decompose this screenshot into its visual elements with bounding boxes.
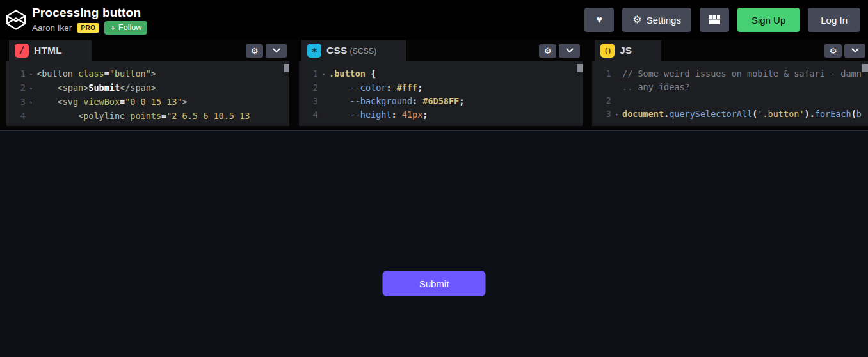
code-line: 2 --color: #fff; bbox=[299, 81, 583, 95]
html-settings-button[interactable]: ⚙ bbox=[246, 44, 263, 58]
fold-spacer bbox=[318, 95, 329, 108]
css-panel-bar: * CSS(SCSS) ⚙ bbox=[299, 40, 583, 61]
sign-up-button[interactable]: Sign Up bbox=[737, 8, 800, 32]
html-code-editor[interactable]: 1▾<button class="button">2▾ <span>Submit… bbox=[6, 61, 289, 126]
fold-spacer bbox=[611, 81, 622, 94]
chevron-down-icon bbox=[851, 48, 859, 53]
css-settings-button[interactable]: ⚙ bbox=[539, 44, 556, 58]
line-number: 1 bbox=[592, 67, 611, 81]
code-line: 1▾.button { bbox=[299, 67, 583, 81]
gear-icon: ⚙ bbox=[830, 46, 837, 56]
tab-css[interactable]: * CSS(SCSS) bbox=[301, 40, 406, 61]
code-content: <polyline points="2 6.5 6 10.5 13 bbox=[36, 109, 250, 123]
settings-button[interactable]: ⚙ Settings bbox=[622, 8, 691, 32]
code-line: .. any ideas? bbox=[592, 81, 868, 94]
fold-spacer bbox=[318, 81, 329, 95]
fold-arrow-icon[interactable]: ▾ bbox=[26, 95, 36, 109]
js-scrollbar-thumb[interactable] bbox=[862, 64, 868, 72]
pro-badge: PRO bbox=[77, 23, 99, 33]
log-in-button[interactable]: Log In bbox=[808, 8, 860, 32]
follow-label: Follow bbox=[118, 23, 141, 32]
fold-arrow-icon[interactable]: ▾ bbox=[611, 107, 622, 122]
html-panel-bar: / HTML ⚙ bbox=[6, 40, 289, 61]
chevron-down-icon bbox=[273, 48, 280, 53]
settings-label: Settings bbox=[647, 15, 681, 26]
tab-js-label: JS bbox=[620, 45, 632, 56]
line-number: 2 bbox=[592, 94, 611, 107]
plus-icon: + bbox=[110, 23, 115, 33]
codepen-logo-icon[interactable] bbox=[5, 9, 27, 31]
css-code-lines: 1▾.button {2 --color: #fff;3 --backgroun… bbox=[299, 67, 583, 122]
code-content: .button { bbox=[329, 67, 376, 81]
tab-html[interactable]: / HTML bbox=[9, 40, 92, 61]
js-editor-panel: () JS ⚙ 1// Some weird issues on mobile … bbox=[592, 40, 868, 126]
line-number: 3 bbox=[592, 107, 611, 122]
line-number: 4 bbox=[6, 109, 26, 123]
change-view-button[interactable] bbox=[700, 8, 729, 32]
code-content: <span>Submit</span> bbox=[36, 81, 156, 95]
css-code-editor[interactable]: 1▾.button {2 --color: #fff;3 --backgroun… bbox=[299, 61, 583, 126]
line-number: 4 bbox=[299, 108, 318, 122]
css-scrollbar-thumb[interactable] bbox=[577, 64, 583, 72]
line-number: 3 bbox=[6, 95, 26, 109]
tab-js[interactable]: () JS bbox=[595, 40, 661, 61]
preview-pane: Submit bbox=[0, 130, 868, 357]
tab-css-sublabel: (SCSS) bbox=[350, 47, 376, 56]
fold-spacer bbox=[611, 94, 622, 107]
code-line: 2▾ <span>Submit</span> bbox=[6, 81, 289, 95]
code-line: 1// Some weird issues on mobile & safari… bbox=[592, 67, 868, 81]
html-scrollbar-thumb[interactable] bbox=[284, 64, 289, 72]
fold-arrow-icon[interactable]: ▾ bbox=[318, 67, 329, 81]
html-collapse-button[interactable] bbox=[266, 44, 287, 58]
js-icon: () bbox=[600, 44, 615, 58]
js-settings-button[interactable]: ⚙ bbox=[824, 44, 842, 58]
heart-icon: ♥ bbox=[597, 15, 603, 25]
html-icon: / bbox=[15, 44, 29, 58]
code-content: // Some weird issues on mobile & safari … bbox=[622, 67, 862, 81]
line-number: 3 bbox=[299, 95, 318, 108]
js-code-editor[interactable]: 1// Some weird issues on mobile & safari… bbox=[592, 61, 868, 126]
tab-html-label: HTML bbox=[34, 45, 62, 56]
fold-arrow-icon[interactable]: ▾ bbox=[26, 67, 36, 81]
fold-spacer bbox=[611, 67, 622, 81]
css-icon: * bbox=[307, 44, 321, 58]
code-line: 2 bbox=[592, 94, 868, 107]
code-content: --height: 41px; bbox=[329, 108, 428, 122]
fold-spacer bbox=[26, 109, 36, 123]
follow-button[interactable]: + Follow bbox=[104, 21, 147, 35]
fold-spacer bbox=[318, 108, 329, 122]
code-content: --background: #6D58FF; bbox=[329, 95, 464, 108]
html-code-lines: 1▾<button class="button">2▾ <span>Submit… bbox=[6, 67, 289, 123]
gear-icon: ⚙ bbox=[251, 46, 259, 56]
code-line: 3▾document.querySelectorAll('.button').f… bbox=[592, 107, 868, 122]
js-collapse-button[interactable] bbox=[844, 44, 865, 58]
code-line: 4 --height: 41px; bbox=[299, 108, 583, 122]
line-number: 2 bbox=[6, 81, 26, 95]
tab-css-label: CSS(SCSS) bbox=[326, 45, 376, 56]
js-panel-bar: () JS ⚙ bbox=[592, 40, 868, 61]
submit-button[interactable]: Submit bbox=[383, 271, 486, 296]
code-content: document.querySelectorAll('.button').for… bbox=[622, 107, 862, 122]
code-content: --color: #fff; bbox=[329, 81, 422, 95]
css-editor-panel: * CSS(SCSS) ⚙ 1▾.button {2 --color: #fff… bbox=[299, 40, 583, 126]
line-number: 1 bbox=[299, 67, 318, 81]
chevron-down-icon bbox=[566, 48, 574, 53]
love-button[interactable]: ♥ bbox=[584, 8, 614, 32]
code-line: 4 <polyline points="2 6.5 6 10.5 13 bbox=[6, 109, 289, 123]
pen-title: Processing button bbox=[32, 6, 147, 20]
code-line: 3▾ <svg viewBox="0 0 15 13"> bbox=[6, 95, 289, 109]
code-content: .. any ideas? bbox=[622, 81, 690, 94]
code-line: 3 --background: #6D58FF; bbox=[299, 95, 583, 108]
editor-region: / HTML ⚙ 1▾<button class="button">2▾ <sp… bbox=[0, 40, 868, 126]
top-header: Processing button Aaron Iker PRO + Follo… bbox=[0, 0, 868, 40]
gear-icon: ⚙ bbox=[632, 15, 641, 25]
css-collapse-button[interactable] bbox=[559, 44, 580, 58]
fold-arrow-icon[interactable]: ▾ bbox=[26, 81, 36, 95]
line-number: 1 bbox=[6, 67, 26, 81]
author-name[interactable]: Aaron Iker bbox=[32, 23, 72, 33]
gear-icon: ⚙ bbox=[544, 46, 552, 56]
code-content: <svg viewBox="0 0 15 13"> bbox=[36, 95, 188, 109]
layout-grid-icon bbox=[708, 15, 721, 25]
code-content: <button class="button"> bbox=[36, 67, 156, 81]
line-number bbox=[592, 81, 611, 94]
